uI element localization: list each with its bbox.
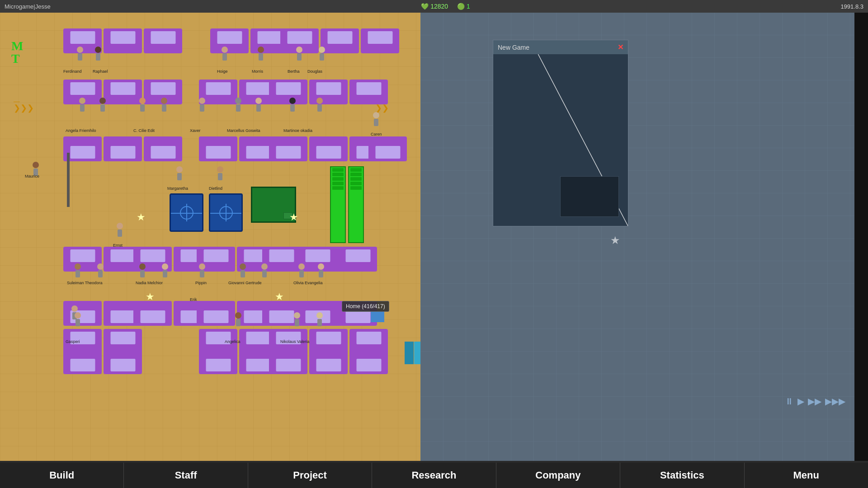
desk-r8-7: [349, 349, 388, 374]
nav-menu[interactable]: Menu: [745, 463, 868, 488]
person-head: [75, 263, 81, 270]
desk-r5-1: [63, 301, 102, 326]
nav-build[interactable]: Build: [0, 463, 124, 488]
staff-value: 1: [467, 3, 470, 10]
person-head: [289, 98, 296, 104]
person-body: [290, 104, 295, 112]
person-edit: [161, 98, 167, 112]
desk-r8-6: [309, 349, 348, 374]
divider-vertical: [67, 153, 70, 207]
person-head: [316, 312, 323, 319]
person-body: [200, 270, 204, 277]
person-head: [79, 98, 85, 104]
desk-8: [361, 28, 399, 53]
person-angelica: [235, 312, 241, 326]
person-head: [373, 112, 379, 118]
person-melchior: [162, 263, 168, 277]
label-angela-f: Angela Friemhilo: [66, 128, 96, 133]
person-gasperi-2: [75, 312, 81, 326]
nav-company[interactable]: Company: [496, 463, 620, 488]
label-douglas: Douglas: [307, 69, 322, 74]
pause-button[interactable]: ⏸: [785, 396, 794, 407]
media-controls: ⏸ ▶ ▶▶ ▶▶▶: [785, 396, 845, 407]
desk-r2-2: [104, 80, 142, 104]
person-head: [176, 166, 183, 173]
bottom-nav: Build Staff Project Research Company Sta…: [0, 463, 868, 488]
hud-center: 💚 12820 🟢 1: [421, 3, 470, 10]
nav-staff[interactable]: Staff: [124, 463, 248, 488]
person-bertha: [296, 47, 302, 61]
person-marcellus: [235, 98, 241, 112]
person-body: [80, 104, 85, 112]
play-button[interactable]: ▶: [797, 396, 804, 407]
person-raphael: [95, 47, 101, 61]
desk-r8-2: [104, 349, 142, 374]
fastest-button[interactable]: ▶▶▶: [825, 396, 845, 407]
nav-statistics-label: Statistics: [660, 469, 704, 481]
game-area[interactable]: M T — ❯❯❯ — ❯❯: [0, 13, 420, 461]
person-body: [162, 104, 166, 112]
person-head: [235, 312, 241, 319]
label-morris: Morris: [252, 69, 263, 74]
nav-statistics[interactable]: Statistics: [620, 463, 744, 488]
person-body: [236, 104, 241, 112]
person-dietlind: [217, 166, 223, 180]
nav-menu-label: Menu: [793, 469, 819, 481]
desk-row-2c: [269, 80, 388, 104]
label-raphael: Raphael: [93, 69, 108, 74]
person-head: [199, 98, 205, 104]
desk-3: [144, 28, 182, 53]
nav-project[interactable]: Project: [248, 463, 372, 488]
desk-row-4e: [298, 247, 377, 272]
top-bar: Microgame|Jesse 💚 12820 🟢 1 1991.8.3: [0, 0, 868, 13]
money-display: 💚 12820: [421, 3, 448, 10]
person-body: [75, 319, 80, 326]
person-goswita: [255, 98, 262, 112]
desk-7: [321, 28, 359, 53]
person-head: [217, 166, 223, 173]
person-body: [295, 319, 299, 326]
person-body: [222, 53, 227, 61]
foosball-table-2: [209, 193, 243, 232]
label-suleiman-t: Suleiman Theodora: [67, 281, 102, 285]
nav-project-label: Project: [293, 469, 327, 481]
label-marcellus-g: Marcellus Goswita: [227, 128, 260, 133]
label-caren: Caren: [371, 132, 382, 136]
label-nadia-m: Nadia Melchior: [136, 281, 163, 285]
label-hoige: Hoige: [217, 69, 228, 74]
person-head: [139, 263, 146, 270]
person-head: [117, 223, 123, 229]
person-body: [140, 104, 145, 112]
person-body: [297, 53, 302, 61]
person-head: [77, 47, 83, 53]
label-ferdinand: Ferdinand: [63, 69, 82, 74]
person-nadia: [139, 263, 146, 277]
person-pippin: [199, 263, 205, 277]
person-olivia: [298, 263, 305, 277]
label-nikolaus-v: Nikolaus Valeria: [280, 339, 309, 344]
person-body: [317, 319, 322, 326]
person-margaretha: [176, 166, 183, 180]
arrow-left-2: ❯❯❯: [14, 103, 34, 113]
fast-forward-button[interactable]: ▶▶: [808, 396, 821, 407]
label-xaver: Xaver: [190, 128, 201, 133]
money-icon: 💚: [421, 3, 429, 10]
person-body: [236, 319, 241, 326]
desk-r3-2: [104, 136, 142, 161]
desk-row-3: [63, 136, 182, 161]
new-game-close-button[interactable]: ✕: [618, 43, 623, 52]
desk-r8-5: [269, 349, 307, 374]
person-head: [222, 47, 228, 53]
person-okadia: [316, 98, 323, 112]
label-martinoe-o: Martinoe okadia: [283, 128, 312, 133]
person-ferdinand: [77, 47, 83, 61]
home-item: [371, 311, 384, 322]
person-head: [316, 98, 323, 104]
letter-t: T: [11, 52, 23, 65]
nav-research[interactable]: Research: [372, 463, 496, 488]
new-game-body: [493, 54, 628, 226]
person-martinoe: [289, 98, 296, 112]
person-head: [319, 47, 325, 53]
person-head: [258, 47, 264, 53]
person-evangelia: [318, 263, 324, 277]
